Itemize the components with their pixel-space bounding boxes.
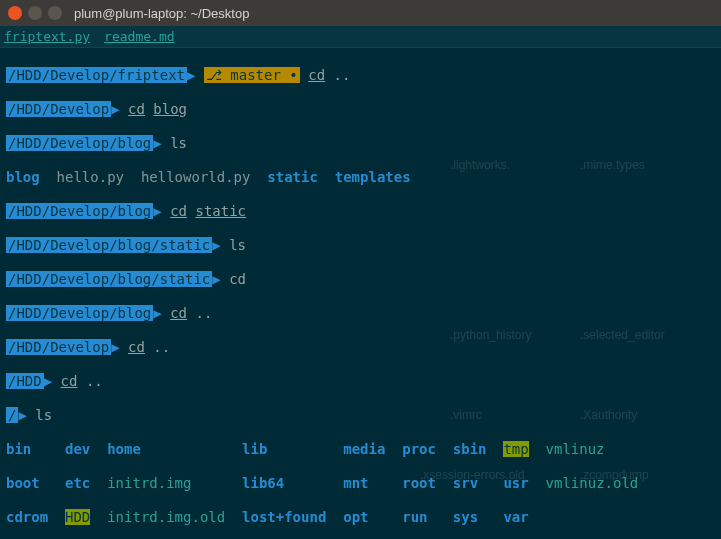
ls-output: cdrom HDD initrd.img.old lost+found opt … (6, 509, 715, 526)
prompt-line: /HDD/Develop/blog/static▶ cd (6, 271, 715, 288)
prompt-line: /HDD/Develop▶ cd .. (6, 339, 715, 356)
close-icon[interactable] (8, 6, 22, 20)
window-titlebar: plum@plum-laptop: ~/Desktop (0, 0, 721, 26)
terminal-output[interactable]: /HDD/Develop/friptext▶ ⎇ master • cd .. … (0, 48, 721, 539)
ls-output: boot etc initrd.img lib64 mnt root srv u… (6, 475, 715, 492)
prompt-line: /HDD▶ cd .. (6, 373, 715, 390)
prompt-line: /HDD/Develop/blog/static▶ ls (6, 237, 715, 254)
maximize-icon[interactable] (48, 6, 62, 20)
prompt-line: /HDD/Develop▶ cd blog (6, 101, 715, 118)
tab-readme[interactable]: readme.md (104, 29, 174, 44)
prompt-line: /▶ ls (6, 407, 715, 424)
tab-friptext[interactable]: friptext.py (4, 29, 90, 44)
prompt-line: /HDD/Develop/blog▶ cd .. (6, 305, 715, 322)
prompt-line: /HDD/Develop/friptext▶ ⎇ master • cd .. (6, 67, 715, 84)
prompt-line: /HDD/Develop/blog▶ cd static (6, 203, 715, 220)
window-title: plum@plum-laptop: ~/Desktop (74, 6, 249, 21)
ls-output: bin dev home lib media proc sbin tmp vml… (6, 441, 715, 458)
prompt-line: /HDD/Develop/blog▶ ls (6, 135, 715, 152)
editor-tabbar: friptext.py readme.md (0, 26, 721, 48)
window-buttons (8, 6, 62, 20)
ls-output: blog hello.py helloworld.py static templ… (6, 169, 715, 186)
minimize-icon[interactable] (28, 6, 42, 20)
